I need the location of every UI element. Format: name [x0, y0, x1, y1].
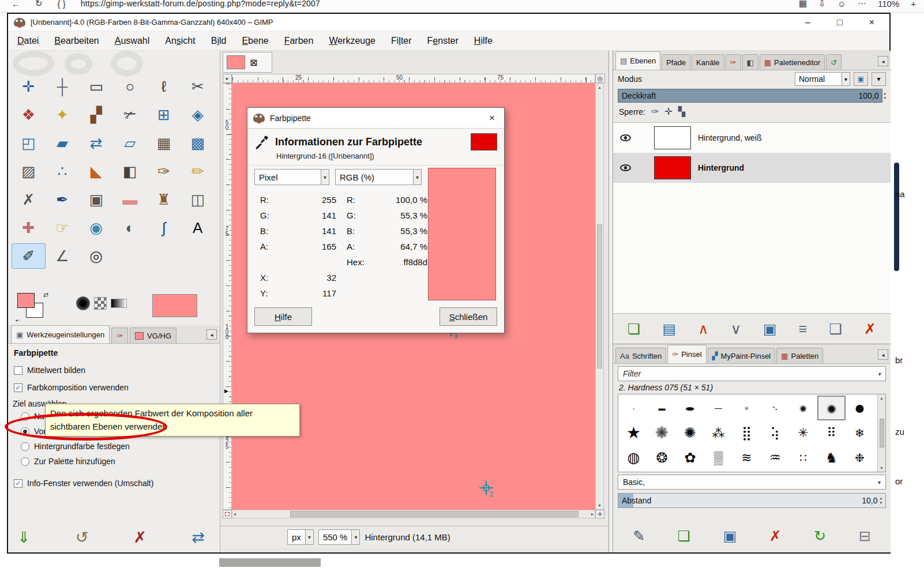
tab-brush-dialog[interactable]: ✑ [726, 54, 741, 70]
save-tool-preset-button[interactable]: ⇓ [17, 530, 31, 546]
text-tool[interactable]: A [181, 215, 215, 240]
lower-layer-button[interactable]: ∨ [731, 322, 741, 336]
menu-item[interactable]: Farben [284, 36, 314, 46]
ink-tool[interactable]: ✒ [46, 187, 80, 212]
menu-item[interactable]: Hilfe [474, 36, 493, 46]
maximize-button[interactable]: □ [837, 17, 843, 28]
zoom-tool[interactable]: ◎ [79, 243, 113, 269]
tab-device-status[interactable]: ✑ [111, 328, 128, 343]
scale-tool[interactable]: ◰ [12, 130, 46, 156]
spacing-slider[interactable]: Abstand 10,0 ▴▾ [618, 493, 886, 508]
foreground-select-tool[interactable]: ✃ [113, 102, 147, 127]
handle-transform-tool[interactable]: ▱ [113, 130, 147, 156]
raise-layer-button[interactable]: ∧ [698, 322, 708, 336]
tab-mypaint-pinsel[interactable]: ▞ MyPaint-Pinsel [708, 348, 776, 363]
lock-alpha-icon[interactable]: ▚ [678, 107, 685, 116]
lock-position-icon[interactable]: ✛ [664, 107, 672, 116]
brush-filter-input[interactable]: Filter ▾ [618, 366, 886, 381]
brush-item[interactable]: ⣿ [733, 420, 761, 445]
ellipse-select-tool[interactable]: ○ [113, 74, 147, 99]
brush-item[interactable]: ★ [619, 420, 648, 445]
layer-row[interactable]: Hintergrund, weiß [613, 123, 891, 153]
scrollbar-thumb[interactable] [290, 511, 579, 517]
brush-item[interactable]: ▬ [648, 396, 676, 420]
mode-select[interactable]: Normal ▾ [795, 72, 850, 86]
browser-braces-icon[interactable]: { } [58, 0, 66, 9]
brush-item[interactable]: ⢵ [761, 420, 789, 445]
brush-item[interactable]: ⁂ [704, 420, 733, 445]
stamp-tool[interactable]: ♜ [147, 187, 181, 212]
browser-back-icon[interactable]: ← [12, 0, 20, 9]
ruler-corner-button[interactable]: ▸ [223, 74, 232, 83]
menu-item[interactable]: Ansicht [165, 36, 195, 46]
select-by-color-tool[interactable]: ❖ [12, 102, 46, 127]
dock-collapse-button[interactable]: ◂ [878, 349, 888, 360]
dodge-burn-tool[interactable]: ◐ [113, 215, 147, 240]
tab-schriften[interactable]: Aa Schriften [615, 348, 666, 363]
image-tab-close-icon[interactable]: ⊠ [250, 57, 257, 68]
new-brush-button[interactable]: ❏ [678, 529, 690, 543]
fg-bg-color-widget[interactable]: ⇄ ▪▫ [17, 293, 48, 322]
brush-item[interactable]: ❄ [846, 420, 874, 445]
tab-paletten[interactable]: ▦ Paletten [776, 348, 823, 363]
close-dialog-button[interactable]: Schließen [440, 307, 497, 326]
restore-tool-preset-button[interactable]: ↺ [76, 530, 89, 546]
brush-item[interactable]: ❉ [846, 445, 874, 470]
lock-paint-icon[interactable]: ✑ [651, 107, 659, 116]
brush-item[interactable]: ● [676, 396, 704, 420]
brush-item[interactable]: ◍ [619, 445, 648, 470]
brush-item[interactable]: ❋ [648, 420, 676, 445]
scissors-select-tool[interactable]: ✂ [181, 74, 215, 99]
menu-item[interactable]: Werkzeuge [329, 36, 375, 46]
color-picker-tool[interactable]: ✐ [12, 243, 46, 269]
brush-item[interactable]: ❂ [648, 445, 676, 470]
active-brush-icon[interactable] [76, 296, 90, 310]
dropdown-icon[interactable]: ▾ [878, 479, 881, 486]
scrollbar-thumb[interactable] [597, 224, 602, 368]
checkbox-box[interactable] [14, 366, 22, 375]
radio-option[interactable]: Hintergrundfarbe festlegen [21, 442, 132, 451]
active-pattern-icon[interactable] [94, 297, 107, 310]
minimize-button[interactable]: – [805, 17, 810, 28]
quick-mask-button[interactable] [223, 510, 232, 518]
fg-color-swatch[interactable] [17, 293, 35, 308]
paths-tool[interactable]: ∫ [147, 215, 181, 240]
dropdown-icon[interactable]: ▾ [351, 530, 359, 544]
active-image-thumbnail[interactable] [152, 294, 197, 317]
dock-collapse-button[interactable]: ◂ [878, 56, 888, 66]
scroll-up-icon[interactable]: ▴ [598, 85, 600, 90]
brush-item[interactable]: ✺ [676, 420, 704, 445]
n-point-deformation-tool[interactable]: ∴ [46, 159, 80, 184]
duplicate-brush-button[interactable]: ▣ [723, 529, 737, 543]
browser-download-icon[interactable]: ⇩ [818, 0, 826, 9]
scroll-left-icon[interactable]: ◂ [234, 511, 236, 517]
navigation-button[interactable]: ✛ [595, 510, 604, 518]
opacity-slider[interactable]: Deckkraft 100,0 [618, 89, 882, 103]
checkbox-box-checked[interactable] [14, 383, 22, 392]
tab-pinsel[interactable]: ✑ Pinsel [667, 345, 706, 363]
brush-item[interactable]: ✿ [676, 445, 704, 470]
tab-werkzeugeinstellungen[interactable]: ▣ Werkzeugeinstellungen [11, 325, 110, 343]
dock-collapse-button[interactable]: ◂ [206, 329, 217, 340]
zoom-select[interactable]: 550 % ▾ [318, 529, 360, 545]
dropdown-icon[interactable]: ▾ [842, 73, 850, 85]
move-tool[interactable]: ✛ [12, 74, 46, 99]
browser-grid-icon[interactable]: ▦ [799, 0, 807, 9]
mypaint-brush-tool[interactable]: ✗ [12, 187, 46, 212]
image-tab[interactable]: ⊠ [223, 52, 272, 73]
scroll-right-icon[interactable]: ▸ [591, 511, 594, 517]
menu-item[interactable]: Bearbeiten [54, 36, 99, 46]
menu-item[interactable]: Filter [391, 36, 412, 46]
menu-item[interactable]: Auswahl [115, 36, 149, 46]
browser-menu-icon[interactable]: ⋯ [858, 0, 866, 9]
brush-item[interactable]: ⠢ [761, 396, 789, 420]
menu-item[interactable]: Datei [17, 36, 39, 46]
flip-tool[interactable]: ⇄ [79, 130, 113, 156]
brush-group-select[interactable]: Basic, ▾ [618, 475, 886, 490]
opacity-spinner[interactable]: ▴▾ [884, 91, 886, 101]
browser-reload-icon[interactable]: ↻ [35, 0, 43, 9]
paintbrush-tool[interactable]: ✑ [147, 159, 181, 184]
cage-transform-tool[interactable]: ▩ [181, 130, 215, 156]
brush-item[interactable]: ♒ [761, 445, 789, 470]
edit-brush-button[interactable]: ✎ [633, 529, 645, 543]
